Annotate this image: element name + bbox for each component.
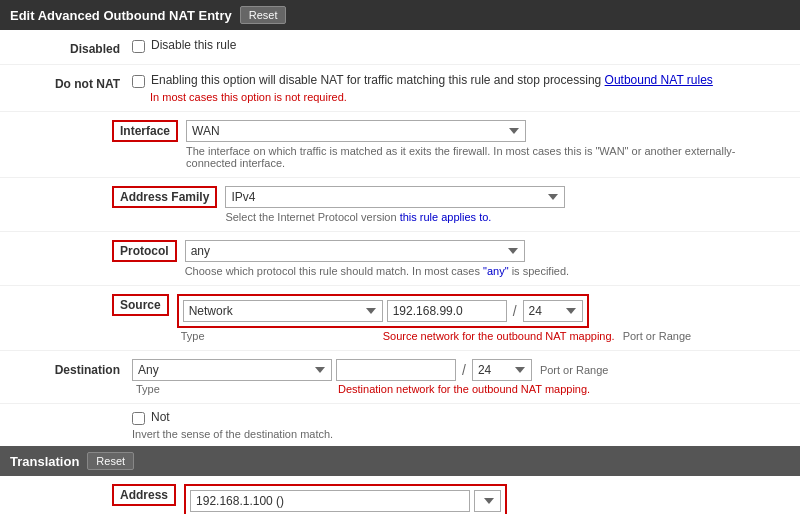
- disabled-checkbox-row: Disable this rule: [132, 38, 788, 53]
- translation-title: Translation: [10, 454, 79, 469]
- source-cidr-select[interactable]: 24: [523, 300, 583, 322]
- address-select[interactable]: [474, 490, 501, 512]
- not-checkbox[interactable]: [132, 412, 145, 425]
- source-slash: /: [511, 303, 519, 319]
- not-row: Not Invert the sense of the destination …: [0, 404, 800, 446]
- address-row: Address Connections matching this rule w…: [0, 476, 800, 514]
- destination-type-select[interactable]: Any: [132, 359, 332, 381]
- page-wrapper: Edit Advanced Outbound NAT Entry Reset D…: [0, 0, 800, 514]
- address-family-help: Select the Internet Protocol version thi…: [225, 211, 565, 223]
- address-family-label-box: Address Family: [112, 186, 217, 208]
- protocol-label: Protocol: [120, 244, 169, 258]
- not-checkbox-row: Not: [132, 410, 788, 425]
- translation-form: Address Connections matching this rule w…: [0, 476, 800, 514]
- destination-content: Any / 24 Port or Range Type Destination …: [132, 359, 608, 395]
- protocol-field-content: any Choose which protocol this rule shou…: [185, 240, 569, 277]
- address-family-content-wrapper: Address Family IPv4 Select the Internet …: [12, 186, 788, 223]
- destination-labels: Type Destination network for the outboun…: [132, 383, 608, 395]
- interface-label: Interface: [120, 124, 170, 138]
- destination-port-label: Port or Range: [536, 364, 608, 376]
- destination-type-label: Type: [136, 383, 334, 395]
- source-label: Source: [120, 298, 161, 312]
- disabled-row: Disabled Disable this rule: [0, 30, 800, 65]
- destination-cidr-select[interactable]: 24: [472, 359, 532, 381]
- do-not-nat-checkbox-row: Enabling this option will disable NAT fo…: [132, 73, 788, 88]
- header-reset-button[interactable]: Reset: [240, 6, 287, 24]
- destination-row: Destination Any / 24 Port or Range Type …: [0, 351, 800, 404]
- page-header: Edit Advanced Outbound NAT Entry Reset: [0, 0, 800, 30]
- protocol-content-wrapper: Protocol any Choose which protocol this …: [12, 240, 788, 277]
- address-input[interactable]: [190, 490, 470, 512]
- source-inputs-group: Network / 24: [177, 294, 589, 328]
- disabled-checkbox-label: Disable this rule: [151, 38, 236, 52]
- not-label: Not: [151, 410, 170, 424]
- protocol-select[interactable]: any: [185, 240, 525, 262]
- destination-network-label: Destination network for the outbound NAT…: [338, 383, 590, 395]
- address-family-field-content: IPv4 Select the Internet Protocol versio…: [225, 186, 565, 223]
- source-type-select[interactable]: Network: [183, 300, 383, 322]
- do-not-nat-row: Do not NAT Enabling this option will dis…: [0, 65, 800, 112]
- protocol-help: Choose which protocol this rule should m…: [185, 265, 569, 277]
- destination-inputs: Any / 24 Port or Range: [132, 359, 608, 381]
- interface-label-box: Interface: [112, 120, 178, 142]
- translation-header: Translation Reset: [0, 446, 800, 476]
- not-help: Invert the sense of the destination matc…: [132, 428, 788, 440]
- protocol-label-box: Protocol: [112, 240, 177, 262]
- interface-select[interactable]: WAN: [186, 120, 526, 142]
- source-label-box: Source: [112, 294, 169, 316]
- source-network-label: Source network for the outbound NAT mapp…: [383, 330, 615, 342]
- address-label: Address: [120, 488, 168, 502]
- source-row: Source Network / 24 Type: [0, 286, 800, 351]
- address-label-box: Address: [112, 484, 176, 506]
- interface-field-content: WAN The interface on which traffic is ma…: [186, 120, 746, 169]
- protocol-row: Protocol any Choose which protocol this …: [0, 232, 800, 286]
- form-area: Disabled Disable this rule Do not NAT En…: [0, 30, 800, 446]
- interface-row: Interface WAN The interface on which tra…: [0, 112, 800, 178]
- address-input-group: [184, 484, 507, 514]
- address-family-select[interactable]: IPv4: [225, 186, 565, 208]
- page-title: Edit Advanced Outbound NAT Entry: [10, 8, 232, 23]
- address-family-row: Address Family IPv4 Select the Internet …: [0, 178, 800, 232]
- source-field-content: Network / 24 Type Source network for the…: [177, 294, 691, 342]
- do-not-nat-label: Do not NAT: [12, 73, 132, 91]
- do-not-nat-note: In most cases this option is not require…: [150, 91, 788, 103]
- destination-slash: /: [460, 362, 468, 378]
- source-type-label: Type: [181, 330, 379, 342]
- destination-network-input[interactable]: [336, 359, 456, 381]
- address-content-wrapper: Address Connections matching this rule w…: [12, 484, 788, 514]
- interface-content-wrapper: Interface WAN The interface on which tra…: [12, 120, 788, 169]
- source-network-input[interactable]: [387, 300, 507, 322]
- do-not-nat-checkbox[interactable]: [132, 75, 145, 88]
- source-content-wrapper: Source Network / 24 Type: [12, 294, 788, 342]
- source-port-label: Port or Range: [619, 330, 691, 342]
- translation-reset-button[interactable]: Reset: [87, 452, 134, 470]
- source-labels: Type Source network for the outbound NAT…: [177, 330, 691, 342]
- address-family-label: Address Family: [120, 190, 209, 204]
- outbound-nat-link[interactable]: Outbound NAT rules: [605, 73, 713, 87]
- do-not-nat-content: Enabling this option will disable NAT fo…: [132, 73, 788, 103]
- disabled-label: Disabled: [12, 38, 132, 56]
- disabled-content: Disable this rule: [132, 38, 788, 53]
- destination-label: Destination: [12, 359, 132, 377]
- interface-help: The interface on which traffic is matche…: [186, 145, 746, 169]
- disabled-checkbox[interactable]: [132, 40, 145, 53]
- do-not-nat-description: Enabling this option will disable NAT fo…: [151, 73, 713, 87]
- address-field-content: Connections matching this rule will be m…: [184, 484, 549, 514]
